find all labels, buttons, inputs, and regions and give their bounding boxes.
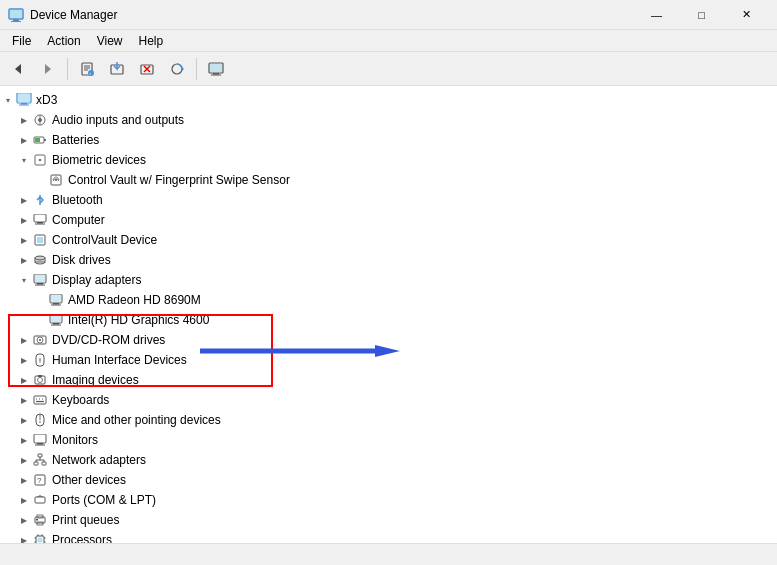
tree-item-intel[interactable]: ▶ Intel(R) HD Graphics 4600 [0, 310, 777, 330]
expand-keyboards[interactable]: ▶ [16, 392, 32, 408]
toolbar-separator-2 [196, 58, 197, 80]
svg-rect-46 [37, 283, 43, 285]
svg-rect-21 [211, 74, 221, 75]
display-adapters-label: Display adapters [52, 273, 141, 287]
svg-rect-24 [18, 94, 30, 102]
expand-ports[interactable]: ▶ [16, 492, 32, 508]
close-button[interactable]: ✕ [724, 0, 769, 30]
svg-rect-32 [35, 138, 40, 142]
menu-file[interactable]: File [4, 32, 39, 50]
menu-action[interactable]: Action [39, 32, 88, 50]
svg-rect-48 [35, 275, 45, 282]
expand-controlvault-device[interactable]: ▶ [16, 232, 32, 248]
expand-hid[interactable]: ▶ [16, 352, 32, 368]
hid-label: Human Interface Devices [52, 353, 187, 367]
ports-icon [32, 492, 48, 508]
scan-hardware-button[interactable] [163, 55, 191, 83]
tree-item-dvd[interactable]: ▶ DVD/CD-ROM drives [0, 330, 777, 350]
batteries-label: Batteries [52, 133, 99, 147]
cpu-icon [32, 532, 48, 543]
tree-item-biometric[interactable]: ▾ Biometric devices [0, 150, 777, 170]
computer-icon [16, 92, 32, 108]
svg-rect-56 [51, 315, 61, 322]
tree-item-controlvault-device[interactable]: ▶ ControlVault Device [0, 230, 777, 250]
svg-rect-2 [11, 21, 21, 22]
properties-button[interactable]: i [73, 55, 101, 83]
svg-point-64 [38, 378, 43, 383]
tree-item-mice[interactable]: ▶ Mice and other pointing devices [0, 410, 777, 430]
imaging-icon [32, 372, 48, 388]
svg-rect-51 [51, 305, 61, 306]
tree-item-batteries[interactable]: ▶ Batteries [0, 130, 777, 150]
device-tree[interactable]: ▾ xD3 ▶ [0, 86, 777, 543]
print-label: Print queues [52, 513, 119, 527]
tree-item-imaging[interactable]: ▶ Imaging devices [0, 370, 777, 390]
expand-display[interactable]: ▾ [16, 272, 32, 288]
svg-rect-1 [13, 19, 19, 21]
svg-point-73 [39, 421, 41, 423]
tree-item-ports[interactable]: ▶ Ports (COM & LPT) [0, 490, 777, 510]
tree-item-amd[interactable]: ▶ AMD Radeon HD 8690M [0, 290, 777, 310]
monitor-button[interactable] [202, 55, 230, 83]
controlvault-label: Control Vault w/ Fingerprint Swipe Senso… [68, 173, 290, 187]
root-label: xD3 [36, 93, 57, 107]
network-icon [32, 452, 48, 468]
menu-view[interactable]: View [89, 32, 131, 50]
tree-item-network[interactable]: ▶ Network adapters [0, 450, 777, 470]
biometric-icon [32, 152, 48, 168]
tree-item-display-adapters[interactable]: ▾ Display adapters [0, 270, 777, 290]
tree-item-bluetooth[interactable]: ▶ Bluetooth [0, 190, 777, 210]
tree-item-audio[interactable]: ▶ Audio inputs and outputs [0, 110, 777, 130]
tree-item-root[interactable]: ▾ xD3 [0, 90, 777, 110]
expand-computer[interactable]: ▶ [16, 212, 32, 228]
expand-network[interactable]: ▶ [16, 452, 32, 468]
intel-label: Intel(R) HD Graphics 4600 [68, 313, 209, 327]
expand-print[interactable]: ▶ [16, 512, 32, 528]
app-icon [8, 7, 24, 23]
keyboards-label: Keyboards [52, 393, 109, 407]
tree-item-monitors[interactable]: ▶ Monitors [0, 430, 777, 450]
expand-audio[interactable]: ▶ [16, 112, 32, 128]
maximize-button[interactable]: □ [679, 0, 724, 30]
svg-rect-52 [51, 295, 61, 302]
svg-rect-25 [21, 103, 27, 105]
ports-label: Ports (COM & LPT) [52, 493, 156, 507]
tree-item-print[interactable]: ▶ Print queues [0, 510, 777, 530]
tree-item-hid[interactable]: ▶ Human Interface Devices [0, 350, 777, 370]
tree-item-computer[interactable]: ▶ Computer [0, 210, 777, 230]
expand-batteries[interactable]: ▶ [16, 132, 32, 148]
monitor-sm-icon [48, 292, 64, 308]
expand-dvd[interactable]: ▶ [16, 332, 32, 348]
expand-biometric[interactable]: ▾ [16, 152, 32, 168]
forward-button[interactable] [34, 55, 62, 83]
minimize-button[interactable]: — [634, 0, 679, 30]
svg-rect-26 [19, 105, 29, 106]
uninstall-button[interactable] [133, 55, 161, 83]
expand-processors[interactable]: ▶ [16, 532, 32, 543]
svg-marker-5 [45, 64, 51, 74]
expand-imaging[interactable]: ▶ [16, 372, 32, 388]
back-button[interactable] [4, 55, 32, 83]
svg-rect-41 [37, 237, 43, 243]
menu-help[interactable]: Help [131, 32, 172, 50]
expand-root[interactable]: ▾ [0, 92, 16, 108]
svg-rect-22 [210, 64, 222, 72]
tree-item-other[interactable]: ▶ ? Other devices [0, 470, 777, 490]
audio-icon [32, 112, 48, 128]
print-icon [32, 512, 48, 528]
tree-item-keyboards[interactable]: ▶ Keyboards [0, 390, 777, 410]
mice-label: Mice and other pointing devices [52, 413, 221, 427]
svg-point-34 [39, 159, 41, 161]
expand-other[interactable]: ▶ [16, 472, 32, 488]
expand-disk[interactable]: ▶ [16, 252, 32, 268]
svg-rect-95 [38, 538, 43, 543]
expand-mice[interactable]: ▶ [16, 412, 32, 428]
tree-item-processors[interactable]: ▶ [0, 530, 777, 543]
svg-rect-47 [35, 285, 45, 286]
update-driver-button[interactable] [103, 55, 131, 83]
expand-bluetooth[interactable]: ▶ [16, 192, 32, 208]
tree-item-disk[interactable]: ▶ Disk drives [0, 250, 777, 270]
expand-monitors[interactable]: ▶ [16, 432, 32, 448]
svg-rect-75 [37, 443, 43, 445]
tree-item-controlvault[interactable]: ▶ Control Vault w/ Fingerprint Swipe Sen… [0, 170, 777, 190]
